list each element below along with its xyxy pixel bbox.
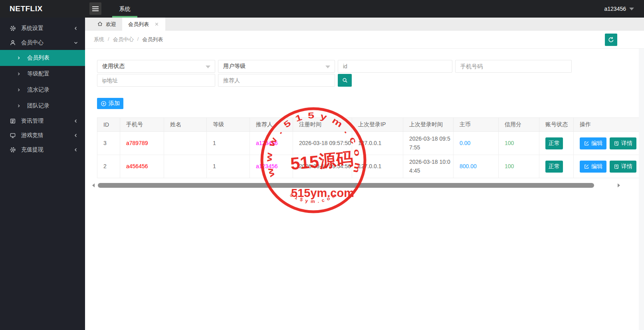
breadcrumb-item[interactable]: 会员中心 (113, 36, 134, 43)
column-header-4: 推荐人 (250, 118, 293, 132)
tab-member-list[interactable]: 会员列表 (122, 18, 165, 31)
content-panel: 使用状态 用户等级 添加 (85, 60, 644, 188)
caret-down-icon (206, 66, 210, 68)
level-select[interactable]: 用户等级 (218, 60, 335, 73)
edit-button[interactable]: 编辑 (580, 161, 606, 173)
select-value: 使用状态 (102, 63, 125, 70)
column-header-9: 信用分 (499, 118, 539, 132)
cell-last_time: 2026-03-18 10:04:45 (403, 155, 454, 178)
tab-label: 会员列表 (128, 21, 149, 28)
detail-button[interactable]: 详情 (610, 161, 636, 173)
active-nav-underline (112, 16, 137, 18)
magnifier-icon (342, 77, 348, 83)
breadcrumb: 系统 / 会员中心 / 会员列表 (94, 36, 163, 43)
cell-level: 1 (207, 155, 250, 178)
id-input[interactable] (338, 60, 452, 73)
close-icon[interactable] (154, 22, 159, 27)
tab-welcome[interactable]: 欢迎 (91, 18, 122, 31)
status-select[interactable]: 使用状态 (97, 60, 215, 73)
cell-phone: a456456 (120, 155, 164, 178)
news-icon (10, 118, 16, 124)
search-button[interactable] (338, 74, 352, 87)
sidebar-subitem-label: 团队记录 (27, 102, 50, 109)
user-icon (10, 40, 16, 46)
plus-circle-icon (101, 101, 107, 107)
breadcrumb-item-current: 会员列表 (142, 36, 163, 43)
top-header: NETFLIX 系统 a123456 (0, 0, 644, 18)
app-logo: NETFLIX (0, 0, 85, 18)
ip-input[interactable] (97, 74, 215, 87)
cell-coin: 800.00 (454, 155, 499, 178)
cell-reg_time: 2026-03-18 09:54:56 (293, 155, 352, 178)
chevron-right-icon (16, 72, 21, 76)
user-menu[interactable]: a123456 (604, 0, 634, 18)
cell-last_ip: 127.0.0.1 (352, 155, 403, 178)
referrer-input[interactable] (218, 74, 335, 87)
select-value: 用户等级 (223, 63, 246, 70)
cell-credit: 100 (499, 155, 539, 178)
cell-name (164, 155, 207, 178)
refresh-button[interactable] (605, 34, 617, 46)
sidebar-subitem-label: 会员列表 (27, 54, 50, 62)
cell-phone: a789789 (120, 132, 164, 155)
chevron-down-icon (73, 40, 79, 47)
sidebar-item-level-config[interactable]: 等级配置 (0, 66, 85, 82)
cell-level: 1 (207, 132, 250, 155)
sidebar-item-recharge-withdraw[interactable]: 充值提现 (0, 143, 85, 157)
scroll-right-arrow[interactable] (618, 183, 620, 187)
cell-credit: 100 (499, 132, 539, 155)
horizontal-scrollbar (97, 183, 639, 188)
sidebar-item-label: 游戏竞猜 (21, 132, 44, 139)
sidebar-item-label: 会员中心 (21, 39, 44, 46)
sidebar-subitem-label: 等级配置 (27, 70, 50, 78)
chevron-left-icon (73, 26, 79, 32)
monitor-icon (10, 132, 16, 139)
chevron-left-icon (73, 133, 79, 139)
refresh-icon (608, 36, 614, 43)
detail-button[interactable]: 详情 (610, 137, 636, 149)
cell-reg_time: 2026-03-18 09:57:50 (293, 132, 352, 155)
sidebar-item-system-settings[interactable]: 系统设置 (0, 21, 85, 36)
cell-referrer: a123456 (250, 155, 293, 178)
chevron-right-icon (16, 103, 21, 108)
column-header-1: 手机号 (120, 118, 164, 132)
breadcrumb-item[interactable]: 系统 (94, 36, 104, 43)
column-header-5: 注册时间 (293, 118, 352, 132)
cell-last_time: 2026-03-18 09:57:55 (403, 132, 454, 155)
scrollbar-thumb[interactable] (98, 183, 594, 188)
gear-icon (10, 25, 16, 32)
table-row: 3a7897891a1234562026-03-18 09:57:50127.0… (97, 132, 639, 155)
home-icon (97, 21, 103, 28)
cell-actions: 编辑详情 (574, 155, 639, 178)
cell-status: 正常 (539, 155, 574, 178)
hamburger-menu-button[interactable] (89, 2, 101, 15)
add-button[interactable]: 添加 (97, 98, 123, 109)
status-badge[interactable]: 正常 (545, 161, 563, 173)
cell-id: 2 (97, 155, 120, 178)
column-header-8: 主币 (454, 118, 499, 132)
column-header-11: 操作 (574, 118, 639, 132)
scroll-left-arrow[interactable] (92, 183, 95, 187)
topnav-item-system[interactable]: 系统 (112, 0, 137, 18)
username: a123456 (604, 6, 626, 12)
sidebar-item-member-list[interactable]: 会员列表 (0, 50, 85, 66)
edit-button[interactable]: 编辑 (580, 137, 606, 149)
sidebar-item-flow-records[interactable]: 流水记录 (0, 82, 85, 98)
cell-last_ip: 127.0.0.1 (352, 132, 403, 155)
member-table: ID手机号姓名等级推荐人注册时间上次登录IP上次登录时间主币信用分账号状态操作3… (97, 117, 639, 178)
sidebar-item-member-center[interactable]: 会员中心 (0, 36, 85, 50)
column-header-6: 上次登录IP (352, 118, 403, 132)
main-area: 欢迎 会员列表 系统 / 会员中心 / 会员列表 使用状态 (85, 18, 644, 330)
cell-coin: 0.00 (454, 132, 499, 155)
sidebar-item-game-betting[interactable]: 游戏竞猜 (0, 128, 85, 143)
sidebar-item-news-management[interactable]: 资讯管理 (0, 114, 85, 128)
edit-square-icon (584, 164, 589, 169)
breadcrumb-row: 系统 / 会员中心 / 会员列表 (85, 31, 644, 49)
sidebar-item-team-records[interactable]: 团队记录 (0, 98, 85, 114)
status-badge[interactable]: 正常 (545, 137, 563, 149)
phone-input[interactable] (455, 60, 572, 73)
tab-label: 欢迎 (106, 21, 116, 28)
tab-bar: 欢迎 会员列表 (85, 18, 644, 31)
cell-actions: 编辑详情 (574, 132, 639, 155)
document-icon (614, 141, 619, 146)
